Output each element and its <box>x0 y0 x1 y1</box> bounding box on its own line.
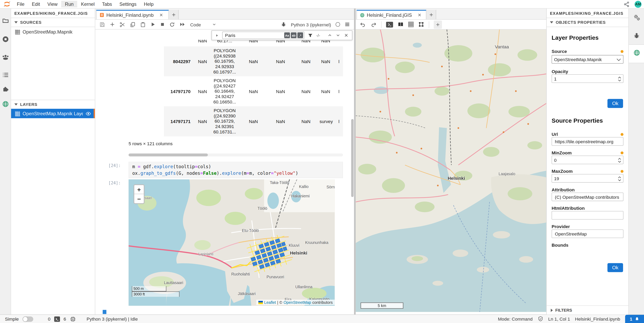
objects-properties-header[interactable]: OBJECTS PROPERTIES <box>547 18 628 27</box>
zoom-out-button[interactable]: − <box>134 194 144 203</box>
match-case-button[interactable]: Aa <box>284 32 290 38</box>
menu-run[interactable]: Run <box>61 1 77 7</box>
leaflet-map-output[interactable]: + − Taka-Töölö Kallio Sörn Hakaniemi Töö… <box>128 179 335 306</box>
code-editor[interactable]: m = gdf.explore(tooltip=cols)ox.graph_to… <box>128 162 343 178</box>
menu-settings[interactable]: Settings <box>116 1 140 7</box>
jgis-map-canvas[interactable]: Vantaa Helsinki Laajasalo 5 km <box>356 29 546 312</box>
sources-section-header[interactable]: SOURCES <box>11 18 95 27</box>
trusted-shield-icon[interactable] <box>538 316 543 322</box>
visibility-eye-icon[interactable] <box>85 111 91 116</box>
provider-input[interactable] <box>554 231 621 237</box>
menu-tabs[interactable]: Tabs <box>98 1 116 7</box>
left-panel-title: EXAMPLES/HIKING_FRANCE.JGIS <box>11 8 95 18</box>
jgis-panel-icon[interactable] <box>2 100 9 107</box>
console-icon[interactable] <box>386 21 393 27</box>
cell-collapser[interactable] <box>103 310 106 314</box>
left-activity-bar <box>0 8 11 315</box>
copy-cells-icon[interactable] <box>130 21 136 27</box>
menu-view[interactable]: View <box>44 1 61 7</box>
source-list-item[interactable]: OpenStreetMap.Mapnik <box>11 27 95 37</box>
close-icon[interactable] <box>159 13 164 17</box>
zoom-in-button[interactable]: + <box>134 185 144 194</box>
url-input[interactable] <box>554 139 621 144</box>
terminals-count[interactable]: 0 <box>48 317 50 322</box>
source-ok-button[interactable]: Ok <box>608 263 623 272</box>
layer-list-item-selected[interactable]: OpenStreetMap.Mapnik Layer <box>11 109 95 118</box>
opacity-input[interactable]: 1 <box>552 74 624 83</box>
extension-manager-icon[interactable] <box>2 86 9 93</box>
scrollbar-thumb[interactable] <box>128 154 208 156</box>
htmlattribution-input[interactable] <box>554 212 621 218</box>
tab-jgis[interactable]: Helsinki_Finland.jGIS <box>356 10 426 19</box>
add-layer-button[interactable] <box>434 20 442 28</box>
undo-icon[interactable] <box>360 22 366 27</box>
source-select[interactable]: OpenStreetMap.Mapnik <box>552 55 624 63</box>
menu-edit[interactable]: Edit <box>28 1 44 7</box>
tab-title: Helsinki_Finland.ipynb <box>106 12 154 17</box>
property-inspector-icon[interactable] <box>634 14 640 21</box>
menu-file[interactable]: File <box>13 1 28 7</box>
new-tab-button[interactable] <box>426 10 436 19</box>
menu-kernel[interactable]: Kernel <box>77 1 98 7</box>
debugger-icon[interactable] <box>634 32 640 39</box>
panel-splitter[interactable] <box>354 8 356 315</box>
jgis-panel: Helsinki_Finland.jGIS <box>356 8 546 315</box>
run-cell-icon[interactable] <box>150 22 156 27</box>
regex-button[interactable]: .* <box>298 32 303 38</box>
simple-mode-toggle[interactable] <box>22 316 33 322</box>
notebook-menu-icon[interactable] <box>344 22 350 27</box>
minzoom-input[interactable]: 0 <box>552 156 624 164</box>
leaflet-link[interactable]: Leaflet <box>264 300 276 305</box>
kernel-status-text[interactable]: Python 3 (ipykernel) | Idle <box>86 317 138 322</box>
previous-match-icon[interactable] <box>328 33 332 38</box>
layers-section-header[interactable]: LAYERS <box>11 100 95 109</box>
table-of-contents-icon[interactable] <box>2 71 9 78</box>
cursor-position[interactable]: Ln 1, Col 1 <box>548 317 570 322</box>
next-match-icon[interactable] <box>336 33 340 38</box>
cell-type-select[interactable]: Code <box>190 22 216 27</box>
map-label: Lapinlahti <box>198 252 213 256</box>
user-avatar[interactable]: AM <box>634 0 642 7</box>
maxzoom-input[interactable]: 19 <box>552 174 624 183</box>
close-icon[interactable] <box>417 13 422 17</box>
basemap-gallery-icon[interactable] <box>398 22 404 27</box>
raster-layer-button[interactable] <box>408 22 414 27</box>
redo-icon[interactable] <box>370 22 376 27</box>
kernels-count[interactable]: 6 <box>64 317 66 322</box>
stepper-icon[interactable] <box>618 157 621 163</box>
close-search-icon[interactable] <box>344 33 349 38</box>
add-cell-icon[interactable] <box>110 22 115 27</box>
cut-cells-icon[interactable] <box>120 21 125 27</box>
debugger-bug-icon[interactable] <box>281 22 286 27</box>
collapse-caret-icon <box>550 21 553 23</box>
stepper-icon[interactable] <box>618 176 621 182</box>
interrupt-kernel-icon[interactable] <box>160 22 165 27</box>
new-tab-button[interactable] <box>169 10 179 19</box>
share-icon[interactable] <box>624 1 630 7</box>
filter-funnel-icon[interactable] <box>308 32 313 38</box>
running-kernels-icon[interactable] <box>2 36 9 43</box>
attribution-input[interactable] <box>554 194 621 200</box>
filters-section-header[interactable]: FILTERS <box>547 306 628 315</box>
notifications-badge[interactable]: 1 <box>625 315 644 323</box>
vertical-scrollbar[interactable] <box>351 119 354 197</box>
whole-word-button[interactable]: ab <box>291 32 296 38</box>
kernel-name[interactable]: Python 3 (ipykernel) <box>291 22 331 27</box>
restart-kernel-icon[interactable] <box>169 21 175 27</box>
file-browser-icon[interactable] <box>2 17 9 24</box>
search-input[interactable] <box>224 32 284 38</box>
collaboration-icon[interactable] <box>2 54 9 61</box>
jgis-properties-icon[interactable] <box>634 49 640 56</box>
paste-cells-icon[interactable] <box>140 21 146 27</box>
horizontal-scrollbar[interactable] <box>128 154 343 156</box>
osm-link[interactable]: OpenStreetMap <box>284 300 311 305</box>
tab-notebook[interactable]: Helsinki_Finland.ipynb <box>96 10 169 19</box>
layer-ok-button[interactable]: Ok <box>608 99 623 108</box>
stepper-icon[interactable] <box>618 76 621 82</box>
notebook-content[interactable]: Aa ab .* -/- <box>95 29 354 315</box>
vector-layer-button[interactable] <box>418 21 424 27</box>
search-expand-caret-icon[interactable] <box>215 33 219 37</box>
restart-run-all-icon[interactable] <box>180 22 186 27</box>
menu-help[interactable]: Help <box>140 1 157 7</box>
save-icon[interactable] <box>99 21 105 27</box>
